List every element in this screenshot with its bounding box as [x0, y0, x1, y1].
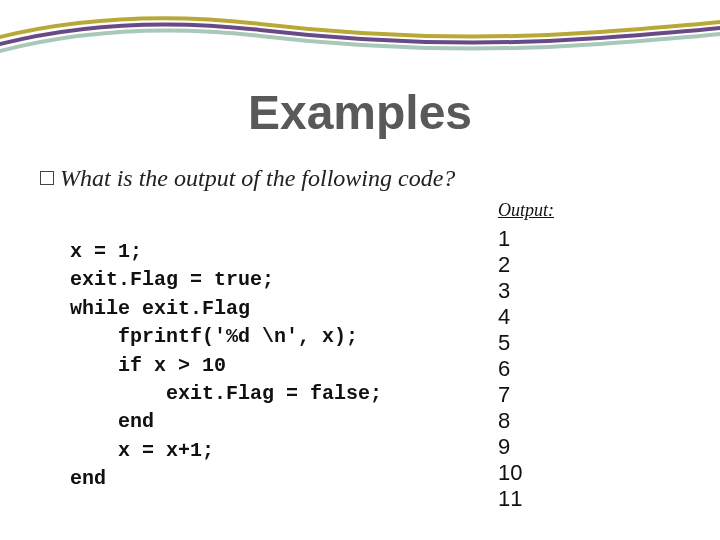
question-text: What is the output of the following code…	[60, 165, 455, 191]
output-label: Output:	[498, 200, 554, 221]
bullet-box-icon	[40, 171, 54, 185]
code-block: x = 1; exit.Flag = true; while exit.Flag…	[70, 238, 382, 494]
slide-title: Examples	[0, 85, 720, 140]
question-line: What is the output of the following code…	[40, 165, 455, 192]
decorative-swoosh	[0, 0, 720, 90]
output-block: 1 2 3 4 5 6 7 8 9 10 11	[498, 226, 522, 511]
